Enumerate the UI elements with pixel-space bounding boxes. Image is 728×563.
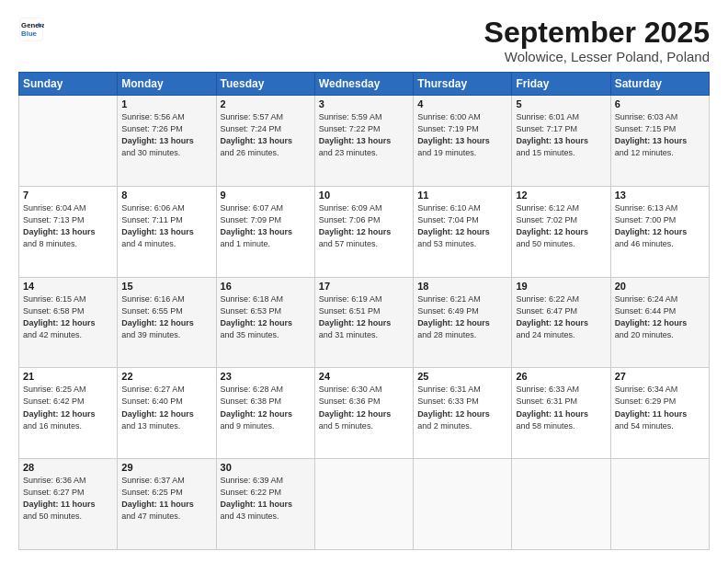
day-detail: Sunrise: 6:10 AMSunset: 7:04 PMDaylight:…	[417, 202, 507, 250]
calendar-table: SundayMondayTuesdayWednesdayThursdayFrid…	[18, 72, 710, 550]
day-number: 7	[23, 190, 113, 201]
day-detail: Sunrise: 6:04 AMSunset: 7:13 PMDaylight:…	[23, 202, 113, 250]
table-row: 7Sunrise: 6:04 AMSunset: 7:13 PMDaylight…	[19, 186, 118, 277]
day-detail: Sunrise: 6:13 AMSunset: 7:00 PMDaylight:…	[615, 202, 705, 250]
day-detail: Sunrise: 6:31 AMSunset: 6:33 PMDaylight:…	[417, 384, 507, 431]
table-row: 10Sunrise: 6:09 AMSunset: 7:06 PMDayligh…	[314, 186, 413, 277]
table-row: 26Sunrise: 6:33 AMSunset: 6:31 PMDayligh…	[512, 368, 610, 459]
col-header-wednesday: Wednesday	[314, 73, 413, 96]
table-row: 3Sunrise: 5:59 AMSunset: 7:22 PMDaylight…	[314, 96, 413, 187]
day-detail: Sunrise: 5:56 AMSunset: 7:26 PMDaylight:…	[121, 111, 211, 159]
table-row: 19Sunrise: 6:22 AMSunset: 6:47 PMDayligh…	[512, 277, 610, 368]
page-subtitle: Wolowice, Lesser Poland, Poland	[484, 49, 710, 64]
day-detail: Sunrise: 5:59 AMSunset: 7:22 PMDaylight:…	[319, 111, 409, 159]
day-number: 11	[417, 190, 507, 201]
table-row: 1Sunrise: 5:56 AMSunset: 7:26 PMDaylight…	[118, 96, 216, 187]
table-row: 6Sunrise: 6:03 AMSunset: 7:15 PMDaylight…	[610, 96, 709, 187]
table-row: 11Sunrise: 6:10 AMSunset: 7:04 PMDayligh…	[414, 186, 512, 277]
table-row: 4Sunrise: 6:00 AMSunset: 7:19 PMDaylight…	[414, 96, 512, 187]
day-number: 29	[121, 462, 211, 473]
col-header-thursday: Thursday	[414, 73, 512, 96]
day-number: 25	[417, 371, 507, 382]
col-header-tuesday: Tuesday	[216, 73, 314, 96]
table-row	[414, 459, 512, 550]
table-row: 13Sunrise: 6:13 AMSunset: 7:00 PMDayligh…	[610, 186, 709, 277]
table-row: 14Sunrise: 6:15 AMSunset: 6:58 PMDayligh…	[19, 277, 118, 368]
table-row: 24Sunrise: 6:30 AMSunset: 6:36 PMDayligh…	[314, 368, 413, 459]
day-detail: Sunrise: 6:30 AMSunset: 6:36 PMDaylight:…	[319, 384, 409, 431]
day-detail: Sunrise: 6:24 AMSunset: 6:44 PMDaylight:…	[615, 293, 705, 341]
day-detail: Sunrise: 6:27 AMSunset: 6:40 PMDaylight:…	[121, 384, 211, 431]
day-number: 20	[615, 281, 705, 292]
table-row: 25Sunrise: 6:31 AMSunset: 6:33 PMDayligh…	[414, 368, 512, 459]
day-number: 17	[319, 281, 409, 292]
day-number: 8	[121, 190, 211, 201]
day-detail: Sunrise: 6:06 AMSunset: 7:11 PMDaylight:…	[121, 202, 211, 250]
table-row: 20Sunrise: 6:24 AMSunset: 6:44 PMDayligh…	[610, 277, 709, 368]
day-detail: Sunrise: 6:39 AMSunset: 6:22 PMDaylight:…	[221, 475, 311, 523]
table-row: 15Sunrise: 6:16 AMSunset: 6:55 PMDayligh…	[118, 277, 216, 368]
title-block: September 2025 Wolowice, Lesser Poland, …	[484, 17, 710, 64]
day-detail: Sunrise: 6:37 AMSunset: 6:25 PMDaylight:…	[121, 475, 211, 523]
table-row: 8Sunrise: 6:06 AMSunset: 7:11 PMDaylight…	[118, 186, 216, 277]
table-row	[512, 459, 610, 550]
day-number: 12	[516, 190, 606, 201]
day-detail: Sunrise: 6:16 AMSunset: 6:55 PMDaylight:…	[121, 293, 211, 341]
day-number: 24	[319, 371, 409, 382]
day-number: 5	[516, 98, 606, 109]
day-number: 16	[221, 281, 311, 292]
table-row: 2Sunrise: 5:57 AMSunset: 7:24 PMDaylight…	[216, 96, 314, 187]
table-row: 18Sunrise: 6:21 AMSunset: 6:49 PMDayligh…	[414, 277, 512, 368]
logo-icon: General Blue	[18, 17, 44, 42]
table-row	[610, 459, 709, 550]
day-number: 6	[615, 98, 705, 109]
day-detail: Sunrise: 6:18 AMSunset: 6:53 PMDaylight:…	[221, 293, 311, 341]
table-row: 23Sunrise: 6:28 AMSunset: 6:38 PMDayligh…	[216, 368, 314, 459]
svg-text:Blue: Blue	[21, 29, 38, 38]
day-detail: Sunrise: 6:03 AMSunset: 7:15 PMDaylight:…	[615, 111, 705, 159]
day-detail: Sunrise: 6:36 AMSunset: 6:27 PMDaylight:…	[23, 475, 113, 523]
day-number: 28	[23, 462, 113, 473]
logo: General Blue General Blue	[18, 17, 44, 42]
table-row: 12Sunrise: 6:12 AMSunset: 7:02 PMDayligh…	[512, 186, 610, 277]
day-number: 19	[516, 281, 606, 292]
day-detail: Sunrise: 6:07 AMSunset: 7:09 PMDaylight:…	[221, 202, 311, 250]
page-title: September 2025	[484, 17, 710, 49]
day-detail: Sunrise: 6:25 AMSunset: 6:42 PMDaylight:…	[23, 384, 113, 431]
day-detail: Sunrise: 6:15 AMSunset: 6:58 PMDaylight:…	[23, 293, 113, 341]
col-header-friday: Friday	[512, 73, 610, 96]
table-row: 16Sunrise: 6:18 AMSunset: 6:53 PMDayligh…	[216, 277, 314, 368]
day-detail: Sunrise: 6:33 AMSunset: 6:31 PMDaylight:…	[516, 384, 606, 431]
day-number: 4	[417, 98, 507, 109]
day-number: 10	[319, 190, 409, 201]
table-row	[314, 459, 413, 550]
day-number: 13	[615, 190, 705, 201]
table-row: 29Sunrise: 6:37 AMSunset: 6:25 PMDayligh…	[118, 459, 216, 550]
day-detail: Sunrise: 6:22 AMSunset: 6:47 PMDaylight:…	[516, 293, 606, 341]
table-row: 9Sunrise: 6:07 AMSunset: 7:09 PMDaylight…	[216, 186, 314, 277]
day-detail: Sunrise: 6:19 AMSunset: 6:51 PMDaylight:…	[319, 293, 409, 341]
day-detail: Sunrise: 5:57 AMSunset: 7:24 PMDaylight:…	[221, 111, 311, 159]
day-number: 26	[516, 371, 606, 382]
day-detail: Sunrise: 6:21 AMSunset: 6:49 PMDaylight:…	[417, 293, 507, 341]
day-number: 3	[319, 98, 409, 109]
day-number: 22	[121, 371, 211, 382]
day-number: 18	[417, 281, 507, 292]
day-number: 21	[23, 371, 113, 382]
day-detail: Sunrise: 6:01 AMSunset: 7:17 PMDaylight:…	[516, 111, 606, 159]
day-number: 23	[221, 371, 311, 382]
table-row: 21Sunrise: 6:25 AMSunset: 6:42 PMDayligh…	[19, 368, 118, 459]
table-row: 5Sunrise: 6:01 AMSunset: 7:17 PMDaylight…	[512, 96, 610, 187]
day-detail: Sunrise: 6:28 AMSunset: 6:38 PMDaylight:…	[221, 384, 311, 431]
day-detail: Sunrise: 6:09 AMSunset: 7:06 PMDaylight:…	[319, 202, 409, 250]
table-row: 22Sunrise: 6:27 AMSunset: 6:40 PMDayligh…	[118, 368, 216, 459]
day-detail: Sunrise: 6:34 AMSunset: 6:29 PMDaylight:…	[615, 384, 705, 431]
table-row: 27Sunrise: 6:34 AMSunset: 6:29 PMDayligh…	[610, 368, 709, 459]
day-number: 14	[23, 281, 113, 292]
day-number: 9	[221, 190, 311, 201]
day-number: 1	[121, 98, 211, 109]
day-number: 2	[221, 98, 311, 109]
col-header-saturday: Saturday	[610, 73, 709, 96]
table-row: 30Sunrise: 6:39 AMSunset: 6:22 PMDayligh…	[216, 459, 314, 550]
day-number: 27	[615, 371, 705, 382]
